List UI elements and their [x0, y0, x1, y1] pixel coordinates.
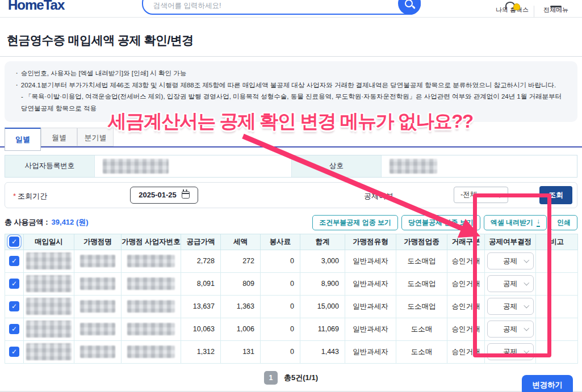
store-name-redacted	[80, 345, 115, 358]
chevron-down-icon	[524, 348, 529, 353]
service-charge: 0	[261, 318, 300, 340]
excel-download-button[interactable]: 엑셀 내려받기 ↓	[484, 215, 547, 230]
date-value: 2025-01-25	[139, 191, 177, 199]
annotation-text: 세금계산서는 공제 확인 변경 메뉴가 없나요??	[108, 109, 473, 134]
page-title: 현금영수증 매입세액 공제 확인/변경	[7, 32, 582, 48]
search-input[interactable]	[143, 0, 420, 14]
col-decision: 공제여부결정	[485, 234, 536, 250]
logo-text: HomeTax	[8, 0, 104, 11]
total-amount: 3,000	[300, 250, 345, 272]
always-exclusion-button[interactable]: 당연불공제 업종 보기	[401, 215, 480, 230]
supply-amount: 10,063	[181, 318, 221, 340]
change-button[interactable]: 변경하기	[522, 375, 573, 392]
decision-value: 공제	[503, 324, 517, 334]
search-icon	[405, 0, 413, 7]
decision-dropdown[interactable]: 공제	[487, 298, 534, 315]
total-amount: 15,000	[300, 295, 345, 318]
company-label: 상호	[292, 155, 382, 177]
decision-dropdown[interactable]: 공제	[487, 252, 534, 269]
chevron-down-icon	[524, 258, 529, 263]
tab-monthly[interactable]: 월별	[41, 128, 77, 146]
decision-value: 공제	[503, 279, 517, 289]
store-type: 일반과세자	[345, 272, 396, 295]
col-store-industry: 가맹점업종	[396, 234, 447, 250]
deduction-select[interactable]: -전체-	[454, 187, 508, 203]
store-type: 일반과세자	[345, 295, 396, 318]
check-icon: ✓	[11, 238, 17, 246]
col-supply: 공급가액	[181, 234, 221, 250]
table-header-row: ✓ 매입일시 가맹점명 가맹점 사업자번호 공급가액 세액 봉사료 합계 가맹점…	[5, 234, 578, 250]
my-hometax-button[interactable]: 나의 홈택스	[491, 6, 534, 17]
store-name-redacted	[80, 277, 115, 290]
bell-icon	[513, 3, 520, 10]
col-total: 합계	[300, 234, 345, 250]
store-bizno-redacted	[127, 255, 175, 267]
decision-dropdown[interactable]: 공제	[487, 321, 534, 338]
row-checkbox[interactable]: ✓	[9, 301, 19, 311]
decision-dropdown[interactable]: 공제	[487, 343, 534, 360]
store-industry: 도소매업	[396, 250, 447, 272]
total-amount-value: 39,412 (원)	[52, 217, 89, 227]
supply-amount: 1,312	[181, 340, 221, 363]
purchase-date-redacted	[26, 321, 72, 338]
print-button[interactable]: 인쇄	[550, 215, 577, 230]
summary-row: 총 사용금액 : 39,412 (원) 조건부불공제 업종 보기 당연불공제 업…	[5, 215, 577, 230]
hometax-logo[interactable]: 국세청홈택스 HomeTax	[8, 0, 104, 11]
col-purchase-date: 매입일시	[24, 234, 74, 250]
note-cell	[536, 340, 578, 363]
store-name-redacted	[80, 323, 115, 335]
decision-dropdown[interactable]: 공제	[487, 275, 534, 292]
check-icon: ✓	[11, 325, 17, 333]
select-all-checkbox[interactable]: ✓	[9, 237, 19, 247]
title-divider	[0, 56, 582, 57]
company-redacted	[390, 159, 437, 174]
service-charge: 0	[261, 295, 300, 318]
deduction-selected-value: -전체-	[460, 190, 479, 200]
pagination: 1 총5건(1/1)	[0, 371, 582, 385]
store-name-redacted	[80, 255, 115, 267]
store-industry: 도소매	[396, 318, 447, 340]
col-store-name: 가맹점명	[74, 234, 122, 250]
period-label: *조회기간	[13, 191, 47, 201]
col-store-type: 가맹점유형	[345, 234, 396, 250]
decision-value: 공제	[503, 302, 517, 311]
total-amount: 1,443	[300, 340, 345, 363]
tab-daily[interactable]: 일별	[5, 128, 41, 151]
note-cell	[536, 272, 578, 295]
service-charge: 0	[261, 272, 300, 295]
purchase-date-redacted	[26, 275, 72, 292]
row-checkbox[interactable]: ✓	[9, 324, 19, 334]
pagination-info: 총5건(1/1)	[284, 373, 318, 383]
col-service: 봉사료	[261, 234, 300, 250]
supply-amount: 2,728	[181, 250, 221, 272]
row-checkbox[interactable]: ✓	[9, 256, 19, 266]
chevron-down-icon	[524, 303, 529, 308]
conditional-exclusion-button[interactable]: 조건부불공제 업종 보기	[312, 215, 398, 230]
service-charge: 0	[261, 250, 300, 272]
decision-value: 공제	[503, 347, 517, 357]
decision-value: 공제	[503, 256, 517, 266]
store-industry: 도소매업	[396, 295, 447, 318]
table-row: ✓ 1,312 131 0 1,443 일반과세자 도소매 승인거래 공제	[5, 340, 578, 363]
trade-type: 승인거래	[447, 295, 485, 318]
store-type: 일반과세자	[345, 340, 396, 363]
row-checkbox[interactable]: ✓	[9, 279, 19, 289]
store-bizno-redacted	[127, 345, 175, 358]
chevron-down-icon	[496, 191, 503, 197]
total-amount-label: 총 사용금액 :	[5, 217, 48, 227]
note-cell	[536, 250, 578, 272]
full-menu-button[interactable]: 전체메뉴	[534, 6, 577, 17]
query-button[interactable]: 조회	[539, 186, 572, 204]
date-input[interactable]: 2025-01-25	[130, 187, 198, 204]
total-amount: 11,069	[300, 318, 345, 340]
page-1-button[interactable]: 1	[264, 371, 278, 385]
top-bar: 국세청홈택스 HomeTax 나의 홈택스 전체메뉴	[0, 0, 582, 18]
purchase-date-redacted	[26, 252, 72, 269]
store-industry: 도소매	[396, 340, 447, 363]
service-charge: 0	[261, 340, 300, 363]
row-checkbox[interactable]: ✓	[9, 347, 19, 357]
store-bizno-redacted	[127, 277, 175, 290]
tax-amount: 1,006	[221, 318, 261, 340]
chevron-down-icon	[524, 280, 529, 285]
store-type: 일반과세자	[345, 250, 396, 272]
